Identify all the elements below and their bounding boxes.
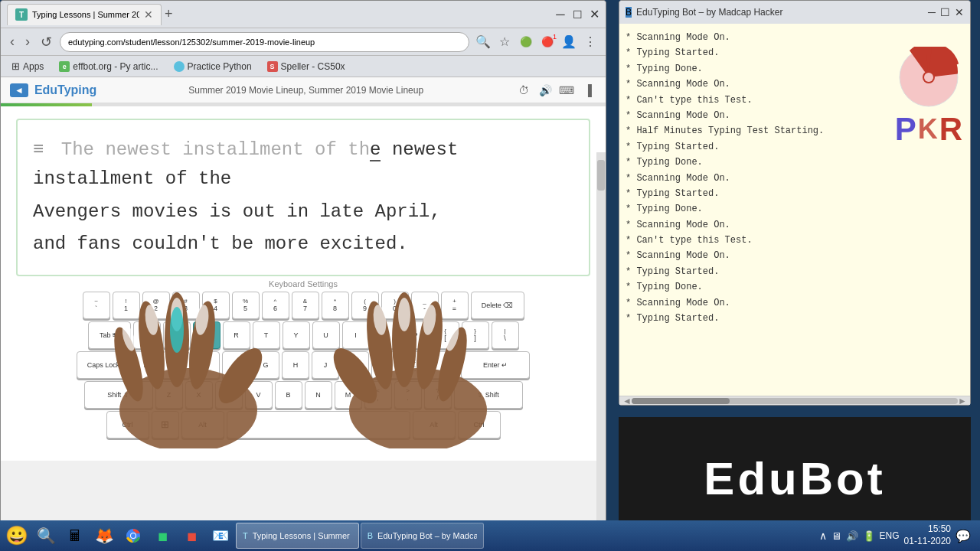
key-shift-left[interactable]: Shift ⇧	[84, 381, 153, 409]
key-3[interactable]: #3	[172, 292, 200, 319]
browser-scrollbar[interactable]	[596, 152, 606, 527]
key-w[interactable]: W	[163, 321, 191, 349]
taskbar-firefox[interactable]: 🦊	[90, 522, 118, 549]
key-rbracket[interactable]: }]	[462, 321, 489, 349]
key-comma[interactable]: <,	[364, 381, 392, 409]
new-tab-button[interactable]: +	[165, 6, 173, 22]
key-x[interactable]: X	[185, 381, 213, 409]
key-ctrl-left[interactable]: Ctrl	[106, 411, 149, 439]
bookmark-python[interactable]: Practice Python	[169, 60, 256, 73]
key-f[interactable]: F	[222, 351, 250, 379]
tray-lang-label[interactable]: ENG	[880, 530, 900, 541]
key-v[interactable]: V	[245, 381, 273, 409]
zoom-icon[interactable]: 🔍	[474, 33, 492, 51]
key-equals[interactable]: +=	[441, 292, 469, 319]
key-r[interactable]: R	[223, 321, 250, 349]
key-q[interactable]: Q	[133, 321, 161, 349]
key-minus[interactable]: _-	[411, 292, 439, 319]
key-0[interactable]: )0	[381, 292, 409, 319]
key-7[interactable]: &7	[292, 292, 319, 319]
edu-nav-back[interactable]: ◄	[10, 83, 28, 97]
edu-timer-icon[interactable]: ⏱	[515, 82, 532, 99]
edubot-minimize-btn[interactable]: ─	[928, 6, 936, 18]
key-s[interactable]: S	[162, 351, 190, 379]
key-p[interactable]: P	[402, 321, 430, 349]
minimize-btn[interactable]: ─	[555, 9, 566, 20]
edubot-scrollbar-area[interactable]: ◄ ►	[619, 396, 970, 405]
keyboard-settings-label[interactable]: Keyboard Settings	[269, 279, 338, 289]
key-enter[interactable]: Enter ↵	[461, 351, 530, 379]
key-a[interactable]: A	[132, 351, 160, 379]
tab-close-btn[interactable]: ✕	[144, 8, 153, 21]
back-button[interactable]: ‹	[7, 32, 18, 51]
key-alt-left[interactable]: Alt	[181, 411, 224, 439]
key-i[interactable]: I	[342, 321, 370, 349]
tray-battery-icon[interactable]: 🔋	[863, 530, 875, 542]
edu-sound-icon[interactable]: 🔊	[537, 82, 554, 99]
tray-notification-icon[interactable]: 💬	[956, 529, 971, 543]
maximize-btn[interactable]: ☐	[572, 9, 583, 20]
taskbar-email[interactable]: 📧	[207, 522, 234, 549]
key-b[interactable]: B	[275, 381, 302, 409]
key-ctrl-right[interactable]: Ctrl	[458, 411, 501, 439]
edu-keyboard-icon[interactable]: ⌨	[558, 82, 575, 99]
edubot-close-btn[interactable]: ✕	[955, 6, 964, 18]
key-quote[interactable]: "'	[431, 351, 459, 379]
key-g[interactable]: G	[252, 351, 279, 379]
key-semicolon[interactable]: :;	[401, 351, 429, 379]
key-h[interactable]: H	[282, 351, 309, 379]
key-backslash[interactable]: |\	[492, 321, 519, 349]
taskbar-chrome[interactable]	[119, 522, 147, 549]
forward-button[interactable]: ›	[22, 32, 33, 51]
tray-network-icon[interactable]: 🖥	[831, 530, 841, 542]
edubot-maximize-btn[interactable]: ☐	[940, 6, 950, 18]
key-u[interactable]: U	[312, 321, 340, 349]
key-4[interactable]: $4	[202, 292, 230, 319]
key-e[interactable]: E	[193, 321, 220, 349]
key-o[interactable]: O	[372, 321, 400, 349]
tray-sound-icon[interactable]: 🔊	[846, 530, 858, 542]
key-6[interactable]: ^6	[262, 292, 289, 319]
taskbar-start-btn[interactable]: 😀	[3, 522, 31, 549]
taskbar-calculator[interactable]: 🖩	[61, 522, 89, 549]
refresh-button[interactable]: ↺	[38, 32, 55, 52]
taskbar-codeblocks[interactable]: ◼	[149, 522, 176, 549]
key-win[interactable]: ⊞	[152, 411, 179, 439]
bookmark-icon[interactable]: ☆	[495, 33, 514, 51]
key-space[interactable]	[227, 411, 410, 439]
browser-tab-active[interactable]: T Typing Lessons | Summer 2019 ... ✕	[7, 4, 162, 25]
typing-area[interactable]: ≡ The newest installment of the newest i…	[1, 106, 606, 461]
ext-icon1[interactable]: 🟢	[517, 33, 535, 51]
key-y[interactable]: Y	[283, 321, 310, 349]
key-8[interactable]: *8	[322, 292, 349, 319]
edubot-scroll-left[interactable]: ◄	[622, 396, 632, 406]
key-2[interactable]: @2	[142, 292, 170, 319]
key-n[interactable]: N	[305, 381, 332, 409]
key-c[interactable]: C	[215, 381, 243, 409]
key-delete[interactable]: Delete ⌫	[471, 292, 524, 319]
keyboard-settings-link[interactable]: Keyboard Settings	[16, 279, 590, 289]
key-z[interactable]: Z	[155, 381, 183, 409]
menu-icon[interactable]: ⋮	[581, 33, 599, 51]
key-k[interactable]: K	[341, 351, 369, 379]
edubot-scrollbar[interactable]	[632, 398, 958, 404]
ext-icon2[interactable]: 🔴1	[538, 33, 557, 51]
taskbar-search[interactable]: 🔍	[32, 522, 60, 549]
key-period[interactable]: >.	[394, 381, 422, 409]
bookmark-effbot[interactable]: e effbot.org - Py artic...	[54, 60, 162, 73]
key-tab[interactable]: Tab ↹	[88, 321, 131, 349]
key-shift-right[interactable]: ⇧ Shift	[454, 381, 523, 409]
key-m[interactable]: M	[335, 381, 362, 409]
tray-hide-icon[interactable]: ∧	[819, 530, 827, 542]
key-tilde[interactable]: ~`	[83, 292, 110, 319]
key-capslock[interactable]: Caps Lock	[77, 351, 130, 379]
key-1[interactable]: !1	[113, 292, 140, 319]
key-5[interactable]: %5	[232, 292, 260, 319]
taskbar-window-browser[interactable]: T Typing Lessons | Summer 2019	[236, 523, 359, 549]
key-alt-right[interactable]: Alt	[413, 411, 456, 439]
close-btn[interactable]: ✕	[589, 9, 599, 20]
taskbar-app-red[interactable]: ◼	[178, 522, 205, 549]
key-d[interactable]: D	[192, 351, 220, 379]
ext-icon3[interactable]: 👤	[560, 33, 578, 51]
key-9[interactable]: (9	[351, 292, 379, 319]
